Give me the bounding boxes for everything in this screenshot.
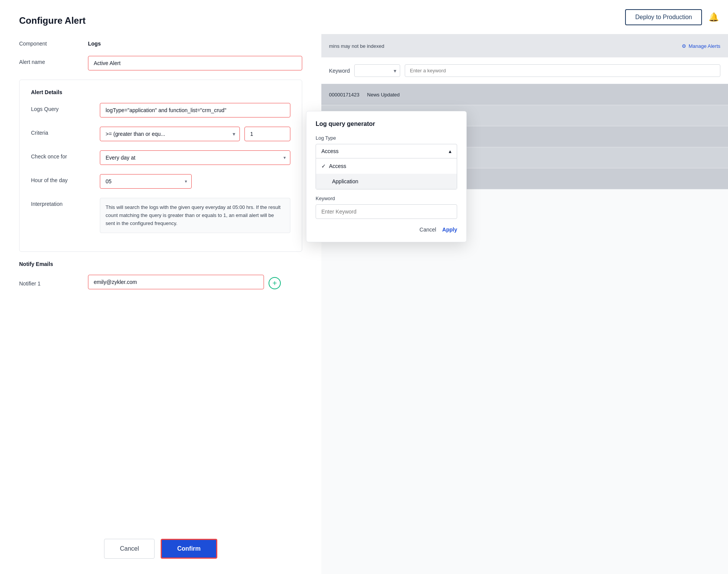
notifier-1-row: Notifier 1 + bbox=[19, 275, 302, 289]
hour-label: Hour of the day bbox=[31, 174, 100, 183]
component-value: Logs bbox=[88, 38, 101, 47]
log-type-dropdown: ✓ Access Application bbox=[316, 158, 457, 189]
add-notifier-button[interactable]: + bbox=[269, 277, 281, 289]
hour-select-wrapper: 05 ▾ bbox=[100, 174, 192, 189]
dropdown-item-access-label: Access bbox=[329, 163, 346, 169]
keyword-type-select[interactable] bbox=[354, 64, 400, 77]
interpretation-text: This will search the logs with the given… bbox=[100, 198, 290, 233]
alert-details-title: Alert Details bbox=[31, 89, 290, 95]
notifier-1-label: Notifier 1 bbox=[19, 277, 88, 287]
dropdown-item-application[interactable]: Application bbox=[316, 174, 457, 189]
criteria-row: Criteria >= (greater than or equ... ▾ bbox=[31, 127, 290, 141]
keyword-section-label: Keyword bbox=[316, 196, 457, 201]
checkmark-icon: ✓ bbox=[321, 163, 326, 169]
criteria-number-input[interactable] bbox=[244, 127, 290, 141]
logs-query-row: Logs Query bbox=[31, 103, 290, 117]
table-row: 00000171423 News Updated bbox=[321, 84, 728, 105]
log-query-popup: Log query generator Log Type Access ▴ ✓ … bbox=[306, 111, 467, 242]
top-bar: Deploy to Production 🔔 bbox=[321, 0, 728, 34]
keyword-search-bar: Keyword ▾ bbox=[321, 57, 728, 84]
keyword-popup-input[interactable] bbox=[316, 204, 457, 219]
check-once-label: Check once for bbox=[31, 150, 100, 160]
popup-title: Log query generator bbox=[316, 121, 457, 127]
criteria-label: Criteria bbox=[31, 127, 100, 136]
dropdown-item-access[interactable]: ✓ Access bbox=[316, 158, 457, 174]
keyword-type-select-wrapper: ▾ bbox=[354, 64, 400, 77]
index-notice-text: mins may not be indexed bbox=[329, 43, 384, 49]
cancel-button[interactable]: Cancel bbox=[104, 539, 155, 559]
criteria-select-wrapper: >= (greater than or equ... ▾ bbox=[100, 127, 240, 141]
notifier-1-input[interactable] bbox=[88, 275, 264, 289]
keyword-input[interactable] bbox=[405, 64, 720, 77]
interpretation-row: Interpretation This will search the logs… bbox=[31, 198, 290, 233]
hour-row: Hour of the day 05 ▾ bbox=[31, 174, 290, 189]
table-cell-action: News Updated bbox=[367, 92, 400, 98]
log-type-selected-value: Access bbox=[321, 148, 339, 154]
deploy-to-production-button[interactable]: Deploy to Production bbox=[625, 9, 702, 25]
component-row: Component Logs bbox=[19, 38, 302, 47]
manage-alerts-label: Manage Alerts bbox=[689, 43, 720, 49]
dropdown-item-application-label: Application bbox=[332, 178, 358, 184]
popup-actions: Cancel Apply bbox=[316, 227, 457, 233]
log-type-label: Log Type bbox=[316, 135, 457, 141]
notification-bell-icon[interactable]: 🔔 bbox=[707, 10, 720, 24]
interpretation-label: Interpretation bbox=[31, 198, 100, 207]
criteria-select[interactable]: >= (greater than or equ... bbox=[100, 127, 240, 141]
confirm-button[interactable]: Confirm bbox=[161, 539, 217, 559]
check-once-select[interactable]: Every day at bbox=[100, 150, 290, 165]
chevron-up-icon: ▴ bbox=[449, 148, 451, 154]
check-once-select-wrapper: Every day at ▾ bbox=[100, 150, 290, 165]
manage-alerts-link[interactable]: ⚙ Manage Alerts bbox=[682, 43, 720, 49]
alert-details-box: Alert Details Logs Query Criteria >= (gr… bbox=[19, 80, 302, 252]
configure-alert-dialog: Configure Alert Component Logs Alert nam… bbox=[0, 0, 321, 574]
hour-select[interactable]: 05 bbox=[100, 174, 192, 189]
alert-name-row: Alert name bbox=[19, 56, 302, 70]
component-label: Component bbox=[19, 38, 88, 47]
dialog-bottom-bar: Cancel Confirm bbox=[19, 539, 302, 559]
logs-query-input[interactable] bbox=[100, 103, 290, 117]
keyword-label: Keyword bbox=[329, 68, 350, 74]
popup-cancel-button[interactable]: Cancel bbox=[420, 227, 436, 233]
log-type-select-open[interactable]: Access ▴ bbox=[316, 144, 457, 158]
notify-emails-title: Notify Emails bbox=[19, 261, 302, 267]
check-once-row: Check once for Every day at ▾ bbox=[31, 150, 290, 165]
logs-query-label: Logs Query bbox=[31, 103, 100, 112]
alert-name-input[interactable] bbox=[88, 56, 302, 70]
popup-apply-button[interactable]: Apply bbox=[442, 227, 457, 233]
alert-name-label: Alert name bbox=[19, 56, 88, 65]
secondary-bar: mins may not be indexed ⚙ Manage Alerts bbox=[321, 34, 728, 57]
table-cell-id: 00000171423 bbox=[329, 92, 360, 98]
gear-icon: ⚙ bbox=[682, 43, 686, 49]
dialog-title: Configure Alert bbox=[19, 15, 302, 26]
